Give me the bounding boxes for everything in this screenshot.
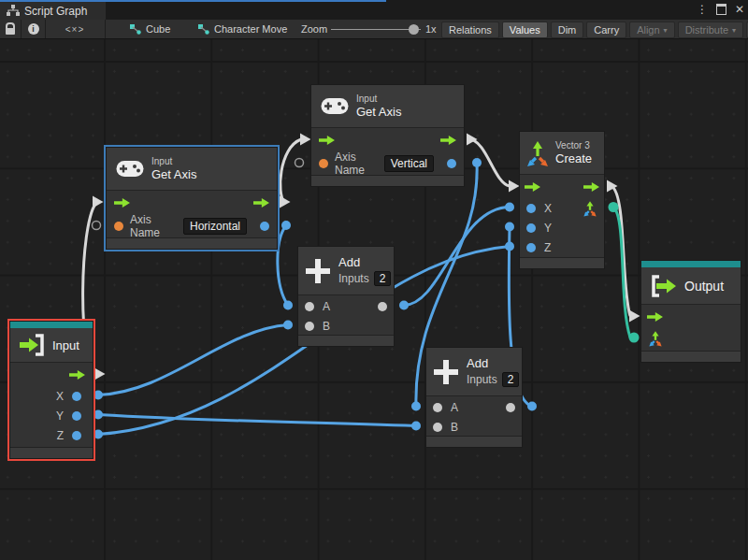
chevron-down-icon: ▾ <box>664 26 668 35</box>
node-output-event[interactable]: Output <box>640 260 741 363</box>
node-vector3-create[interactable]: Vector 3 Create X Y Z <box>519 131 605 269</box>
wire-horizontal-to-add1-a[interactable] <box>278 225 288 306</box>
breadcrumb-character-move[interactable]: Character Move <box>197 20 287 38</box>
inputs-label: Inputs <box>467 373 497 386</box>
node-input-event[interactable]: Input X Y Z <box>9 321 94 459</box>
port-label: Z <box>57 429 64 442</box>
tab-script-graph[interactable]: Script Graph <box>0 2 106 20</box>
node-footer <box>520 257 604 268</box>
breadcrumb-label: Cube <box>146 23 170 35</box>
x-input-port[interactable] <box>526 204 536 213</box>
inputs-count-field[interactable]: 2 <box>374 271 392 286</box>
result-output-port[interactable] <box>447 159 456 168</box>
lock-button[interactable] <box>0 20 21 38</box>
dim-button[interactable]: Dim <box>551 22 584 38</box>
lock-icon <box>6 22 15 29</box>
unity-script-graph-window: { "tab": { "title": "Script Graph" }, "w… <box>0 0 748 560</box>
distribute-button[interactable]: Distribute▾ <box>678 22 743 38</box>
node-footer <box>311 175 464 186</box>
y-output-port[interactable] <box>72 411 81 421</box>
graph-toolbar: i <×> Cube Character Move Zoom 1x Relati… <box>0 20 748 39</box>
maximize-icon[interactable] <box>716 4 726 15</box>
wire-inputx-to-add1-b[interactable] <box>98 325 288 395</box>
port-label: B <box>323 320 330 333</box>
z-output-port[interactable] <box>72 431 81 440</box>
node-title: Add <box>467 356 519 371</box>
wire-flow-horizontal-to-vertical[interactable] <box>280 139 301 202</box>
result-output-port[interactable] <box>260 222 269 231</box>
axis-name-input-port[interactable] <box>319 159 328 168</box>
axis-name-value-field[interactable]: Vertical <box>384 155 434 172</box>
node-title: Get Axis <box>356 105 401 120</box>
port-label: Axis Name <box>335 151 378 177</box>
code-view-button[interactable]: <×> <box>46 20 104 38</box>
flow-input-port[interactable] <box>647 312 663 322</box>
flow-input-port[interactable] <box>525 182 540 192</box>
vector3-output-port[interactable] <box>583 200 597 217</box>
node-footer <box>298 335 394 346</box>
wire-inputy-to-add2-b[interactable] <box>98 415 416 426</box>
unconnected-indicator <box>93 222 101 230</box>
zoom-slider-handle[interactable] <box>409 24 419 35</box>
flow-output-port[interactable] <box>440 136 456 145</box>
subgraph-icon <box>129 23 141 35</box>
values-button[interactable]: Values <box>502 22 548 38</box>
input-b-port[interactable] <box>433 423 442 432</box>
vector3-icon <box>525 139 550 167</box>
x-output-port[interactable] <box>72 392 81 401</box>
add-icon <box>434 360 458 384</box>
sum-output-port[interactable] <box>506 403 515 412</box>
input-a-port[interactable] <box>305 302 314 311</box>
y-input-port[interactable] <box>526 223 536 233</box>
node-add-2[interactable]: Add Inputs 2 A B <box>425 347 523 448</box>
node-footer <box>107 237 277 249</box>
flow-output-port[interactable] <box>583 182 599 192</box>
z-input-port[interactable] <box>526 243 536 252</box>
event-accent-bar <box>10 322 93 328</box>
node-category: Input <box>356 93 401 105</box>
port-label: Y <box>56 409 64 423</box>
input-a-port[interactable] <box>433 403 442 412</box>
port-label: X <box>544 202 552 215</box>
node-title: Input <box>52 338 79 352</box>
flow-output-port[interactable] <box>69 370 85 380</box>
zoom-label: Zoom <box>301 23 327 35</box>
info-button[interactable]: i <box>22 20 45 38</box>
code-icon: <×> <box>65 24 85 35</box>
flow-input-port[interactable] <box>319 136 335 145</box>
carry-button[interactable]: Carry <box>586 22 626 38</box>
close-icon[interactable]: ✕ <box>735 3 744 16</box>
node-title: Create <box>555 151 592 166</box>
flow-output-port[interactable] <box>253 198 269 208</box>
vector3-input-port[interactable] <box>648 330 663 347</box>
input-b-port[interactable] <box>305 322 314 331</box>
node-title: Output <box>684 279 724 294</box>
zoom-slider[interactable] <box>331 29 421 30</box>
node-category: Input <box>151 156 196 167</box>
port-label: Z <box>544 241 551 254</box>
zoom-value: 1x <box>425 23 437 35</box>
menu-icon[interactable]: ⋮ <box>697 3 708 16</box>
info-icon: i <box>28 23 39 35</box>
output-event-icon <box>651 274 677 298</box>
align-button[interactable]: Align▾ <box>629 22 674 38</box>
node-add-1[interactable]: Add Inputs 2 A B <box>297 246 395 347</box>
gamepad-icon <box>116 160 144 178</box>
inputs-count-field[interactable]: 2 <box>502 372 520 387</box>
gamepad-icon <box>321 97 349 115</box>
node-get-axis-vertical[interactable]: Input Get Axis Axis Name Vertical <box>310 84 465 187</box>
node-title: Add <box>338 255 391 270</box>
breadcrumb-cube[interactable]: Cube <box>129 20 170 38</box>
flow-input-port[interactable] <box>114 198 130 208</box>
sum-output-port[interactable] <box>378 302 387 311</box>
inputs-label: Inputs <box>338 272 369 285</box>
node-get-axis-horizontal[interactable]: Input Get Axis Axis Name Horizontal <box>106 147 278 250</box>
relations-button[interactable]: Relations <box>441 22 499 38</box>
node-category: Vector 3 <box>555 140 592 151</box>
axis-name-input-port[interactable] <box>114 222 123 231</box>
port-label: A <box>451 401 458 414</box>
axis-name-value-field[interactable]: Horizontal <box>183 218 247 235</box>
port-label: Axis Name <box>130 213 177 239</box>
chevron-down-icon: ▾ <box>732 26 736 35</box>
graph-icon <box>7 5 20 17</box>
